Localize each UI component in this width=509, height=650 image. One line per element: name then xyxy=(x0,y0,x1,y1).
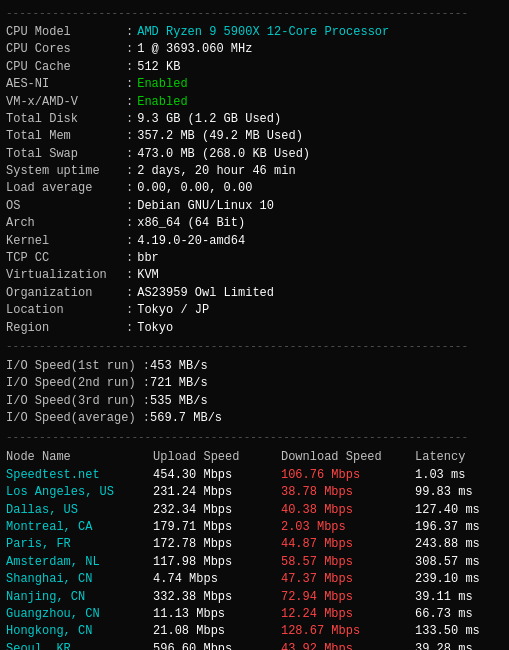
cell-download: 58.57 Mbps xyxy=(281,554,415,571)
sysinfo-row: Region: Tokyo xyxy=(6,320,503,337)
sysinfo-value: Tokyo xyxy=(137,320,173,337)
sysinfo-value: Enabled xyxy=(137,76,187,93)
sysinfo-row: AES-NI: Enabled xyxy=(6,76,503,93)
sysinfo-colon: : xyxy=(126,302,133,319)
header-download: Download Speed xyxy=(281,449,415,466)
cell-latency: 39.11 ms xyxy=(415,589,503,606)
sysinfo-row: CPU Model: AMD Ryzen 9 5900X 12-Core Pro… xyxy=(6,24,503,41)
io-section: I/O Speed(1st run) : 453 MB/sI/O Speed(2… xyxy=(6,358,503,428)
divider-2: ----------------------------------------… xyxy=(6,430,503,446)
sysinfo-label: Organization xyxy=(6,285,126,302)
io-row: I/O Speed(3rd run) : 535 MB/s xyxy=(6,393,503,410)
io-value: 569.7 MB/s xyxy=(150,410,222,427)
cell-upload: 232.34 Mbps xyxy=(153,502,281,519)
sysinfo-value: Debian GNU/Linux 10 xyxy=(137,198,274,215)
sysinfo-value: 357.2 MB (49.2 MB Used) xyxy=(137,128,303,145)
header-node: Node Name xyxy=(6,449,153,466)
sysinfo-label: Kernel xyxy=(6,233,126,250)
cell-upload: 231.24 Mbps xyxy=(153,484,281,501)
cell-latency: 127.40 ms xyxy=(415,502,503,519)
sysinfo-label: TCP CC xyxy=(6,250,126,267)
sysinfo-label: AES-NI xyxy=(6,76,126,93)
sysinfo-label: Region xyxy=(6,320,126,337)
cell-latency: 308.57 ms xyxy=(415,554,503,571)
sysinfo-row: OS: Debian GNU/Linux 10 xyxy=(6,198,503,215)
cell-node: Amsterdam, NL xyxy=(6,554,153,571)
sysinfo-row: Location: Tokyo / JP xyxy=(6,302,503,319)
sysinfo-colon: : xyxy=(126,320,133,337)
sysinfo-colon: : xyxy=(126,198,133,215)
cell-upload: 21.08 Mbps xyxy=(153,623,281,640)
cell-download: 38.78 Mbps xyxy=(281,484,415,501)
cell-node: Los Angeles, US xyxy=(6,484,153,501)
table-row: Paris, FR172.78 Mbps44.87 Mbps243.88 ms xyxy=(6,536,503,553)
sysinfo-colon: : xyxy=(126,111,133,128)
sysinfo-value: KVM xyxy=(137,267,159,284)
cell-upload: 172.78 Mbps xyxy=(153,536,281,553)
table-row: Seoul, KR596.60 Mbps43.92 Mbps39.28 ms xyxy=(6,641,503,650)
sysinfo-section: CPU Model: AMD Ryzen 9 5900X 12-Core Pro… xyxy=(6,24,503,337)
node-table: Node Name Upload Speed Download Speed La… xyxy=(6,449,503,650)
cell-latency: 66.73 ms xyxy=(415,606,503,623)
io-label: I/O Speed(3rd run) : xyxy=(6,393,150,410)
table-row: Shanghai, CN4.74 Mbps47.37 Mbps239.10 ms xyxy=(6,571,503,588)
table-row: Nanjing, CN332.38 Mbps72.94 Mbps39.11 ms xyxy=(6,589,503,606)
cell-latency: 99.83 ms xyxy=(415,484,503,501)
table-row: Guangzhou, CN11.13 Mbps12.24 Mbps66.73 m… xyxy=(6,606,503,623)
sysinfo-value: 1 @ 3693.060 MHz xyxy=(137,41,252,58)
cell-upload: 11.13 Mbps xyxy=(153,606,281,623)
cell-download: 44.87 Mbps xyxy=(281,536,415,553)
table-header-row: Node Name Upload Speed Download Speed La… xyxy=(6,449,503,466)
cell-upload: 179.71 Mbps xyxy=(153,519,281,536)
cell-download: 47.37 Mbps xyxy=(281,571,415,588)
io-value: 453 MB/s xyxy=(150,358,208,375)
sysinfo-label: System uptime xyxy=(6,163,126,180)
cell-node: Shanghai, CN xyxy=(6,571,153,588)
sysinfo-label: OS xyxy=(6,198,126,215)
cell-node: Guangzhou, CN xyxy=(6,606,153,623)
cell-download: 40.38 Mbps xyxy=(281,502,415,519)
sysinfo-value: 2 days, 20 hour 46 min xyxy=(137,163,295,180)
sysinfo-value: AS23959 Owl Limited xyxy=(137,285,274,302)
sysinfo-row: Arch: x86_64 (64 Bit) xyxy=(6,215,503,232)
sysinfo-label: CPU Cores xyxy=(6,41,126,58)
sysinfo-value: AMD Ryzen 9 5900X 12-Core Processor xyxy=(137,24,389,41)
cell-node: Nanjing, CN xyxy=(6,589,153,606)
sysinfo-row: System uptime: 2 days, 20 hour 46 min xyxy=(6,163,503,180)
cell-upload: 332.38 Mbps xyxy=(153,589,281,606)
sysinfo-value: 512 KB xyxy=(137,59,180,76)
cell-node: Speedtest.net xyxy=(6,467,153,484)
cell-latency: 39.28 ms xyxy=(415,641,503,650)
header-upload: Upload Speed xyxy=(153,449,281,466)
sysinfo-colon: : xyxy=(126,24,133,41)
cell-upload: 454.30 Mbps xyxy=(153,467,281,484)
sysinfo-label: Load average xyxy=(6,180,126,197)
sysinfo-row: Total Swap: 473.0 MB (268.0 KB Used) xyxy=(6,146,503,163)
io-value: 535 MB/s xyxy=(150,393,208,410)
divider-1: ----------------------------------------… xyxy=(6,339,503,355)
sysinfo-value: 4.19.0-20-amd64 xyxy=(137,233,245,250)
sysinfo-colon: : xyxy=(126,163,133,180)
sysinfo-label: Location xyxy=(6,302,126,319)
table-row: Dallas, US232.34 Mbps40.38 Mbps127.40 ms xyxy=(6,502,503,519)
cell-download: 12.24 Mbps xyxy=(281,606,415,623)
sysinfo-row: Load average: 0.00, 0.00, 0.00 xyxy=(6,180,503,197)
sysinfo-value: bbr xyxy=(137,250,159,267)
sysinfo-row: CPU Cache: 512 KB xyxy=(6,59,503,76)
sysinfo-colon: : xyxy=(126,285,133,302)
sysinfo-value: Enabled xyxy=(137,94,187,111)
node-table-section: Node Name Upload Speed Download Speed La… xyxy=(6,449,503,650)
cell-latency: 243.88 ms xyxy=(415,536,503,553)
io-row: I/O Speed(average) : 569.7 MB/s xyxy=(6,410,503,427)
cell-download: 2.03 Mbps xyxy=(281,519,415,536)
sysinfo-colon: : xyxy=(126,250,133,267)
table-row: Speedtest.net454.30 Mbps106.76 Mbps1.03 … xyxy=(6,467,503,484)
sysinfo-colon: : xyxy=(126,128,133,145)
sysinfo-row: VM-x/AMD-V: Enabled xyxy=(6,94,503,111)
sysinfo-label: Total Mem xyxy=(6,128,126,145)
sysinfo-colon: : xyxy=(126,94,133,111)
cell-node: Seoul, KR xyxy=(6,641,153,650)
table-row: Amsterdam, NL117.98 Mbps58.57 Mbps308.57… xyxy=(6,554,503,571)
sysinfo-row: Total Mem: 357.2 MB (49.2 MB Used) xyxy=(6,128,503,145)
sysinfo-label: CPU Cache xyxy=(6,59,126,76)
